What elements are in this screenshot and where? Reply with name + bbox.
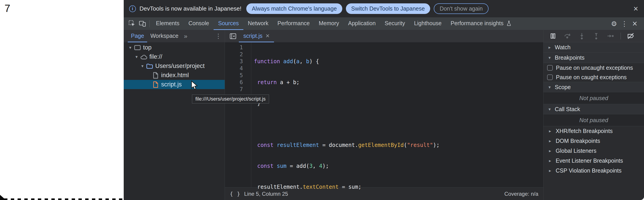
- step-out-button[interactable]: [592, 31, 601, 40]
- code-line-6: const sum = add(3, 4);: [254, 163, 440, 170]
- line-number-gutter[interactable]: 12 34 56 7: [225, 42, 251, 188]
- infobar-close-icon[interactable]: ×: [634, 5, 638, 13]
- mouse-cursor: [191, 81, 200, 90]
- pretty-print-button[interactable]: { }: [230, 191, 241, 197]
- device-toolbar-button[interactable]: [137, 17, 148, 30]
- step-over-button[interactable]: [563, 31, 572, 40]
- debugger-toolbar: [544, 30, 644, 42]
- frame-icon: [134, 44, 141, 51]
- section-xhr-fetch-breakpoints[interactable]: ▸ XHR/fetch Breakpoints: [544, 126, 644, 136]
- collapse-arrow-icon: ▸: [548, 148, 552, 153]
- settings-gear-icon[interactable]: ⚙: [609, 17, 619, 30]
- code-line-4: [254, 121, 440, 128]
- tree-item-file-protocol[interactable]: ▾ file://: [124, 52, 225, 61]
- expand-arrow-icon[interactable]: ▾: [127, 45, 133, 50]
- info-icon: i: [129, 5, 136, 12]
- tab-application[interactable]: Application: [344, 17, 380, 30]
- collapse-arrow-icon: ▸: [548, 138, 552, 144]
- more-tabs-icon[interactable]: »: [182, 30, 190, 42]
- navigator-pane: Page Workspace » ⋮ ▾ top ▾: [124, 30, 225, 200]
- navigator-tabbar: Page Workspace » ⋮: [124, 30, 225, 42]
- tab-lighthouse[interactable]: Lighthouse: [410, 17, 446, 30]
- section-event-listener-breakpoints[interactable]: ▸ Event Listener Breakpoints: [544, 156, 644, 166]
- editor-tab-script-js[interactable]: script.js ×: [239, 30, 274, 42]
- tree-item-top[interactable]: ▾ top: [124, 43, 225, 52]
- step-into-button[interactable]: [577, 31, 586, 40]
- page-corner-label: 7: [4, 2, 10, 14]
- scope-status: Not paused: [544, 92, 644, 104]
- tabbar-right-controls: ⚙ ⋮ ×: [605, 17, 644, 30]
- infobar-message: DevTools is now available in Japanese!: [140, 5, 241, 12]
- tab-memory[interactable]: Memory: [314, 17, 344, 30]
- navigator-tab-workspace[interactable]: Workspace: [147, 30, 182, 42]
- section-watch[interactable]: ▸ Watch: [544, 42, 644, 53]
- toggle-navigator-button[interactable]: [227, 30, 239, 42]
- file-tree: ▾ top ▾ file:// ▾: [124, 42, 225, 200]
- screen: 7 i DevTools is now available in Japanes…: [0, 0, 644, 200]
- tree-item-script-js[interactable]: script.js: [124, 80, 225, 89]
- code-line-2: return a + b;: [254, 79, 440, 86]
- pause-icon: [550, 33, 556, 39]
- expand-arrow-icon[interactable]: ▾: [134, 54, 140, 59]
- cloud-icon: [140, 53, 148, 61]
- tree-item-project-folder[interactable]: ▾ Users/user/project: [124, 61, 225, 71]
- code-line-7: resultElement.textContent = sum;: [254, 184, 440, 191]
- flask-icon: [506, 20, 512, 26]
- switch-to-japanese-button[interactable]: Switch DevTools to Japanese: [346, 3, 430, 14]
- code-line-3: }: [254, 100, 440, 107]
- step-icon: [607, 32, 614, 40]
- step-out-icon: [592, 32, 600, 40]
- section-csp-violation-breakpoints[interactable]: ▸ CSP Violation Breakpoints: [544, 166, 644, 176]
- inspect-icon: [128, 20, 136, 27]
- step-into-icon: [578, 32, 586, 40]
- tab-elements[interactable]: Elements: [152, 17, 184, 30]
- folder-icon: [146, 62, 154, 70]
- pause-button[interactable]: [548, 31, 558, 40]
- pause-on-caught-exceptions-row[interactable]: Pause on caught exceptions: [544, 72, 644, 82]
- tree-item-index-html[interactable]: index.html: [124, 71, 225, 80]
- corner-wedge-shape: [0, 195, 6, 200]
- section-call-stack[interactable]: ▾ Call Stack: [544, 104, 644, 114]
- pause-on-uncaught-exceptions-row[interactable]: Pause on uncaught exceptions: [544, 63, 644, 72]
- collapse-arrow-icon: ▸: [548, 128, 552, 134]
- devtools-close-icon[interactable]: ×: [630, 17, 640, 30]
- divider: [620, 33, 621, 39]
- expand-arrow-icon[interactable]: ▾: [140, 63, 145, 69]
- collapse-arrow-icon: ▾: [547, 107, 552, 112]
- tab-sources[interactable]: Sources: [214, 17, 243, 30]
- navigator-kebab-icon[interactable]: ⋮: [214, 30, 223, 42]
- coverage-label: Coverage: n/a: [504, 191, 538, 197]
- kebab-menu-icon[interactable]: ⋮: [619, 17, 630, 30]
- dont-show-again-button[interactable]: Don't show again: [434, 3, 488, 14]
- panel-toggle-icon: [229, 32, 237, 40]
- file-icon: [152, 72, 159, 79]
- code-line-5: const resultElement = document.getElemen…: [254, 142, 440, 149]
- always-match-language-button[interactable]: Always match Chrome's language: [246, 3, 342, 14]
- tab-network[interactable]: Network: [243, 17, 273, 30]
- tab-performance[interactable]: Performance: [273, 17, 314, 30]
- inspect-element-button[interactable]: [127, 17, 137, 30]
- tab-performance-insights[interactable]: Performance insights: [446, 17, 516, 30]
- debugger-sidebar: ▸ Watch ▾ Breakpoints Pause on uncaught …: [544, 30, 644, 200]
- deactivate-breakpoints-button[interactable]: [626, 31, 635, 40]
- code-lines: function add(a, b) { return a + b; } con…: [251, 44, 440, 188]
- cropped-text-strip: [4, 199, 124, 200]
- section-dom-breakpoints[interactable]: ▸ DOM Breakpoints: [544, 136, 644, 146]
- device-toolbar-icon: [138, 20, 146, 27]
- pause-on-uncaught-checkbox[interactable]: [547, 65, 553, 71]
- step-button[interactable]: [606, 31, 615, 40]
- tab-security[interactable]: Security: [380, 17, 410, 30]
- sources-panel: Page Workspace » ⋮ ▾ top ▾: [124, 30, 644, 200]
- section-global-listeners[interactable]: ▸ Global Listeners: [544, 146, 644, 156]
- section-scope[interactable]: ▾ Scope: [544, 82, 644, 92]
- code-editor[interactable]: 12 34 56 7 function add(a, b) { return a…: [225, 42, 543, 188]
- editor-tabbar: script.js ×: [225, 30, 543, 42]
- tab-console[interactable]: Console: [184, 17, 214, 30]
- section-breakpoints[interactable]: ▾ Breakpoints: [544, 53, 644, 63]
- collapse-arrow-icon: ▸: [548, 158, 552, 163]
- tab-close-icon[interactable]: ×: [266, 32, 270, 40]
- navigator-tab-page[interactable]: Page: [128, 30, 147, 42]
- collapse-arrow-icon: ▸: [547, 45, 552, 50]
- pause-on-caught-checkbox[interactable]: [547, 74, 553, 80]
- code-line-1: function add(a, b) {: [254, 58, 440, 65]
